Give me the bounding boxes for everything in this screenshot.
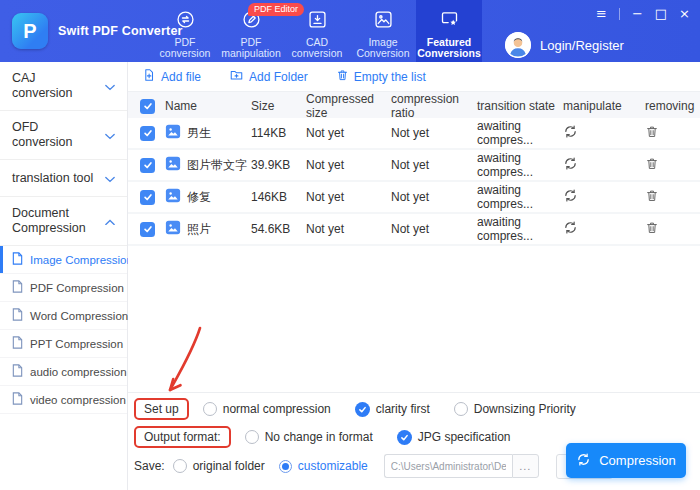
option-jpg-specification[interactable]: JPG specification: [397, 430, 511, 445]
delete-icon[interactable]: [645, 188, 659, 203]
sidebar-item-translation-tool[interactable]: translation tool: [0, 160, 127, 197]
nav-featured-conversions[interactable]: Featured Conversions: [416, 0, 482, 62]
option-downsizing-priority[interactable]: Downsizing Priority: [454, 402, 576, 416]
delete-icon[interactable]: [645, 220, 659, 235]
document-icon: [11, 391, 24, 409]
main-nav: PDF conversion PDF Editor PDF manipulati…: [152, 0, 482, 62]
nav-pdf-conversion[interactable]: PDF conversion: [152, 0, 218, 62]
select-all-checkbox[interactable]: [140, 99, 155, 114]
nav-image-conversion[interactable]: Image Conversion: [350, 0, 416, 62]
transition-state: awaiting compres...: [477, 215, 563, 243]
output-format-row: Output format: No change in format JPG s…: [134, 426, 534, 448]
settings-divider: [128, 392, 700, 393]
compression-ratio: Not yet: [391, 158, 477, 172]
trash-icon: [336, 68, 349, 85]
compression-ratio: Not yet: [391, 126, 477, 140]
chevron-down-icon: [105, 169, 115, 187]
document-icon: [11, 363, 24, 381]
sidebar-item-ofd-conversion[interactable]: OFD conversion: [0, 111, 127, 160]
compressed-size: Not yet: [306, 190, 391, 204]
pdf-editor-badge: PDF Editor: [248, 3, 304, 16]
sidebar-item-audio-compression[interactable]: audio compression: [0, 358, 127, 386]
menu-icon[interactable]: ≡: [596, 6, 607, 22]
chevron-down-icon: [105, 126, 115, 144]
table-header: Name Size Compressed size compression ra…: [128, 92, 700, 118]
option-original-folder[interactable]: original folder: [173, 459, 265, 473]
radio-icon: [454, 402, 468, 416]
refresh-icon[interactable]: [563, 124, 578, 139]
empty-list-button[interactable]: Empty the list: [336, 68, 426, 85]
logo-letter: P: [23, 20, 36, 43]
column-header-transition-state: transition state: [477, 99, 563, 113]
sidebar-item-image-compression[interactable]: Image Compression: [0, 246, 127, 274]
file-toolbar: Add file Add Folder Empty the list: [128, 62, 700, 92]
user-avatar: [505, 32, 531, 58]
refresh-icon[interactable]: [563, 188, 578, 203]
nav-label: PDF manipulation: [218, 37, 284, 60]
sidebar-item-label: translation tool: [12, 171, 96, 186]
option-normal-compression[interactable]: normal compression: [203, 402, 331, 416]
app-logo: P: [12, 13, 48, 49]
nav-pdf-manipulation[interactable]: PDF Editor PDF manipulation: [218, 0, 284, 62]
sidebar-item-label: video compression: [30, 394, 126, 406]
close-icon[interactable]: ×: [679, 6, 690, 22]
delete-icon[interactable]: [645, 156, 659, 171]
file-size: 54.6KB: [251, 222, 306, 236]
option-customizable[interactable]: customizable: [279, 459, 368, 473]
add-folder-button[interactable]: Add Folder: [229, 68, 308, 85]
sidebar-item-ppt-compression[interactable]: PPT Compression: [0, 330, 127, 358]
add-file-label: Add file: [161, 70, 201, 84]
save-row: Save: original folder customizable ... F…: [134, 455, 613, 477]
radio-icon: [245, 430, 259, 444]
option-clarity-first[interactable]: clarity first: [355, 402, 430, 417]
document-icon: [11, 307, 24, 325]
compression-ratio: Not yet: [391, 190, 477, 204]
nav-label: PDF conversion: [152, 37, 218, 60]
nav-label: CAD conversion: [284, 37, 350, 60]
sidebar-item-pdf-compression[interactable]: PDF Compression: [0, 274, 127, 302]
file-name: 图片带文字: [187, 157, 247, 174]
browse-ellipsis-button[interactable]: ...: [512, 454, 539, 478]
sidebar-item-caj-conversion[interactable]: CAJ conversion: [0, 62, 127, 111]
file-name: 男生: [187, 125, 211, 142]
compression-button[interactable]: Compression: [566, 443, 686, 478]
row-checkbox[interactable]: [140, 126, 155, 141]
transition-state: awaiting compres...: [477, 151, 563, 179]
document-icon: [11, 335, 24, 353]
chevron-down-icon: [105, 77, 115, 95]
table-row: 男生 114KB Not yet Not yet awaiting compre…: [128, 118, 700, 150]
featured-conversions-icon: [439, 9, 460, 33]
sidebar-item-video-compression[interactable]: video compression: [0, 386, 127, 414]
radio-selected-icon: [279, 460, 292, 473]
sidebar-item-label: PPT Compression: [30, 338, 123, 350]
cad-conversion-icon: [307, 9, 328, 33]
table-row: 照片 54.6KB Not yet Not yet awaiting compr…: [128, 214, 700, 246]
save-path-group: ...: [384, 454, 539, 478]
column-header-name: Name: [165, 99, 251, 113]
row-checkbox[interactable]: [140, 190, 155, 205]
column-header-manipulate: manipulate: [563, 99, 645, 113]
sidebar: CAJ conversion OFD conversion translatio…: [0, 62, 128, 490]
empty-list-label: Empty the list: [354, 70, 426, 84]
annotation-arrow: [156, 324, 216, 396]
delete-icon[interactable]: [645, 124, 659, 139]
minimize-icon[interactable]: −: [632, 6, 643, 22]
sidebar-item-word-compression[interactable]: Word Compression: [0, 302, 127, 330]
file-size: 146KB: [251, 190, 306, 204]
save-label: Save:: [134, 459, 165, 473]
option-no-change-format[interactable]: No change in format: [245, 430, 373, 444]
refresh-icon[interactable]: [563, 156, 578, 171]
row-checkbox[interactable]: [140, 158, 155, 173]
compressed-size: Not yet: [306, 126, 391, 140]
main-content: Add file Add Folder Empty the list: [128, 62, 700, 490]
column-header-size: Size: [251, 99, 306, 113]
save-path-input[interactable]: [384, 454, 512, 478]
login-register[interactable]: Login/Register: [505, 32, 624, 58]
sidebar-item-label: Word Compression: [30, 310, 128, 322]
row-checkbox[interactable]: [140, 222, 155, 237]
sidebar-item-document-compression[interactable]: Document Compression: [0, 197, 127, 246]
maximize-icon[interactable]: □: [655, 6, 667, 22]
refresh-icon[interactable]: [563, 220, 578, 235]
table-row: 图片带文字 39.9KB Not yet Not yet awaiting co…: [128, 150, 700, 182]
add-file-button[interactable]: Add file: [142, 68, 201, 85]
